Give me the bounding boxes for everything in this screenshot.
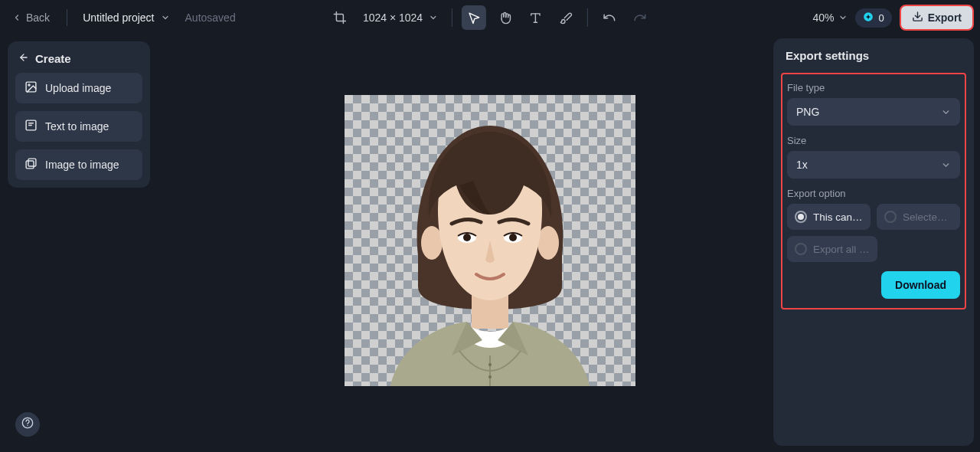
export-button-label: Export: [928, 11, 962, 24]
download-button-label: Download: [895, 279, 946, 291]
radio-off-icon: [884, 211, 897, 223]
download-button[interactable]: Download: [881, 271, 960, 299]
image-to-image-label: Image to image: [45, 159, 119, 171]
svg-rect-9: [28, 159, 36, 166]
export-settings-panel: Export settings File type PNG Size 1x Ex…: [773, 38, 974, 446]
help-button[interactable]: [15, 412, 40, 437]
size-select[interactable]: 1x: [787, 151, 960, 179]
file-type-label: File type: [787, 82, 960, 93]
file-type-select[interactable]: PNG: [787, 98, 960, 126]
right-toolbar: 40% 0 Export: [812, 5, 974, 31]
export-settings-title: Export settings: [773, 49, 974, 73]
download-icon: [912, 11, 923, 25]
option-export-all[interactable]: Export all …: [787, 236, 877, 262]
chevron-down-icon: [941, 160, 951, 170]
export-option-row-1: This canvas Selected l…: [787, 204, 960, 230]
chevron-down-icon: [429, 13, 438, 22]
option-export-all-label: Export all …: [813, 244, 870, 255]
toolbar-separator: [587, 8, 588, 27]
center-toolbar: 1024 × 1024: [328, 5, 652, 30]
file-type-value: PNG: [796, 106, 819, 118]
autosave-status: Autosaved: [185, 11, 236, 24]
brush-tool-button[interactable]: [554, 5, 578, 30]
option-this-canvas[interactable]: This canvas: [787, 204, 871, 230]
portrait-image: [345, 95, 635, 386]
svg-point-6: [28, 84, 30, 86]
select-tool-button[interactable]: [462, 5, 486, 30]
svg-point-15: [463, 234, 471, 241]
canvas-size-dropdown[interactable]: 1024 × 1024: [358, 11, 443, 24]
svg-rect-8: [26, 161, 34, 169]
svg-point-18: [488, 363, 492, 366]
size-label: Size: [787, 135, 960, 146]
option-this-canvas-label: This canvas: [813, 211, 863, 223]
radio-off-icon: [795, 243, 807, 255]
arrow-left-icon: [18, 52, 29, 65]
create-header[interactable]: Create: [15, 49, 142, 73]
chevron-down-icon: [161, 13, 170, 22]
canvas-size-text: 1024 × 1024: [363, 11, 423, 24]
export-option-row-2: Export all …: [787, 236, 960, 262]
upload-image-icon: [24, 80, 38, 96]
text-to-image-button[interactable]: Text to image: [15, 111, 142, 142]
project-name-dropdown[interactable]: Untitled project: [78, 8, 174, 27]
export-option-label: Export option: [787, 188, 960, 199]
radio-on-icon: [795, 211, 807, 223]
svg-point-16: [509, 234, 517, 241]
export-button[interactable]: Export: [900, 5, 974, 31]
option-selected-layers[interactable]: Selected l…: [877, 204, 960, 230]
redo-button[interactable]: [628, 5, 652, 30]
canvas[interactable]: [345, 95, 635, 386]
zoom-value: 40%: [812, 11, 834, 24]
zoom-dropdown[interactable]: 40%: [812, 11, 848, 24]
upload-image-label: Upload image: [45, 82, 111, 94]
divider: [67, 9, 67, 26]
download-row: Download: [787, 271, 960, 299]
credits-value: 0: [878, 12, 884, 24]
create-title: Create: [35, 52, 71, 65]
image-to-image-button[interactable]: Image to image: [15, 149, 142, 180]
undo-button[interactable]: [597, 5, 622, 30]
back-label: Back: [26, 11, 50, 24]
hand-tool-button[interactable]: [492, 5, 517, 30]
back-button[interactable]: Back: [6, 8, 56, 27]
credits-pill[interactable]: 0: [855, 8, 891, 28]
option-selected-label: Selected l…: [903, 211, 952, 223]
chevron-down-icon: [941, 107, 951, 117]
export-settings-body: File type PNG Size 1x Export option This…: [781, 73, 966, 310]
top-bar: Back Untitled project Autosaved 1024 × 1…: [0, 0, 980, 35]
text-to-image-label: Text to image: [45, 120, 109, 133]
chevron-left-icon: [12, 13, 21, 22]
chevron-down-icon: [838, 13, 848, 22]
svg-point-19: [488, 375, 492, 378]
upload-image-button[interactable]: Upload image: [15, 73, 142, 103]
credits-icon: [863, 11, 874, 25]
crop-button[interactable]: [328, 5, 352, 30]
text-to-image-icon: [24, 119, 38, 134]
create-panel: Create Upload image Text to image Image …: [8, 41, 150, 188]
image-to-image-icon: [24, 157, 38, 172]
size-value: 1x: [796, 159, 808, 171]
help-icon: [21, 417, 34, 432]
project-name-text: Untitled project: [83, 11, 154, 24]
text-tool-button[interactable]: [523, 5, 547, 30]
toolbar-separator: [452, 8, 452, 27]
